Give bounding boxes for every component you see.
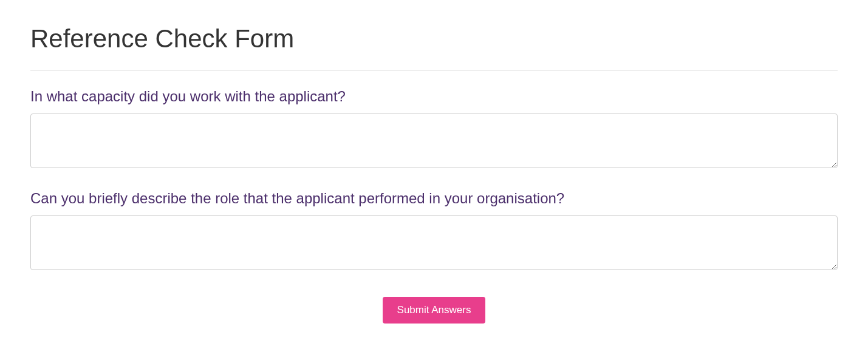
- question-label-2: Can you briefly describe the role that t…: [30, 190, 838, 207]
- answer-textarea-2[interactable]: [30, 215, 838, 270]
- submit-row: Submit Answers: [30, 297, 838, 324]
- divider: [30, 70, 838, 71]
- submit-button[interactable]: Submit Answers: [383, 297, 486, 324]
- question-block-1: In what capacity did you work with the a…: [30, 88, 838, 171]
- question-label-1: In what capacity did you work with the a…: [30, 88, 838, 105]
- question-block-2: Can you briefly describe the role that t…: [30, 190, 838, 273]
- answer-textarea-1[interactable]: [30, 114, 838, 168]
- page-title: Reference Check Form: [30, 24, 838, 53]
